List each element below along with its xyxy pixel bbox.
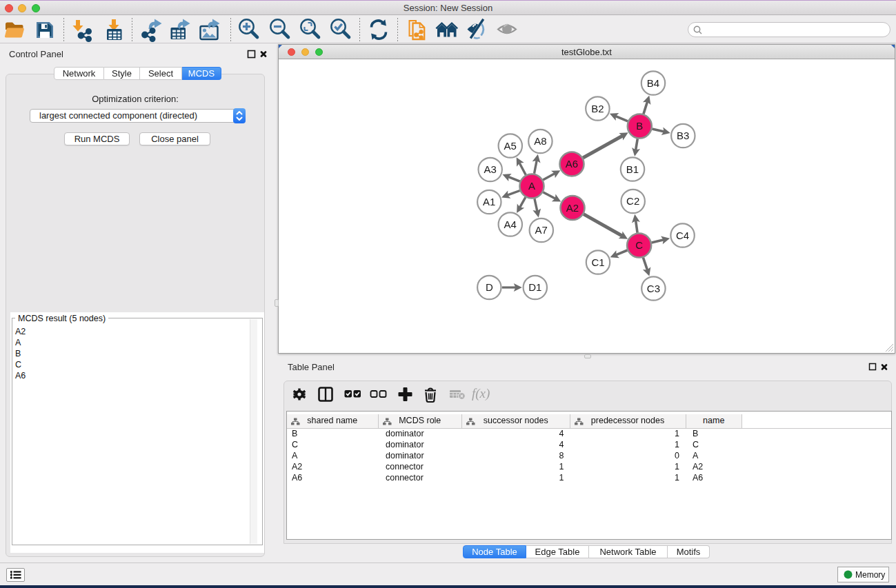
svg-text:A1: A1 (483, 196, 495, 207)
svg-text:A3: A3 (484, 163, 497, 175)
svg-text:A6: A6 (566, 158, 578, 170)
svg-text:B: B (636, 120, 643, 132)
svg-text:D1: D1 (528, 281, 541, 293)
svg-text:A4: A4 (504, 219, 517, 230)
svg-text:D: D (486, 281, 493, 293)
svg-text:B2: B2 (591, 103, 604, 114)
svg-text:B4: B4 (647, 77, 659, 89)
svg-text:B3: B3 (677, 130, 689, 141)
svg-text:A2: A2 (566, 202, 579, 214)
svg-text:C1: C1 (591, 256, 604, 268)
svg-text:C2: C2 (626, 195, 639, 207)
svg-text:C4: C4 (676, 230, 689, 241)
svg-text:A: A (528, 180, 535, 192)
svg-text:C3: C3 (647, 283, 660, 294)
svg-text:A5: A5 (504, 140, 517, 152)
svg-text:A7: A7 (535, 224, 548, 236)
svg-text:A8: A8 (534, 135, 546, 147)
svg-text:C: C (635, 239, 643, 251)
svg-text:B1: B1 (626, 163, 639, 175)
